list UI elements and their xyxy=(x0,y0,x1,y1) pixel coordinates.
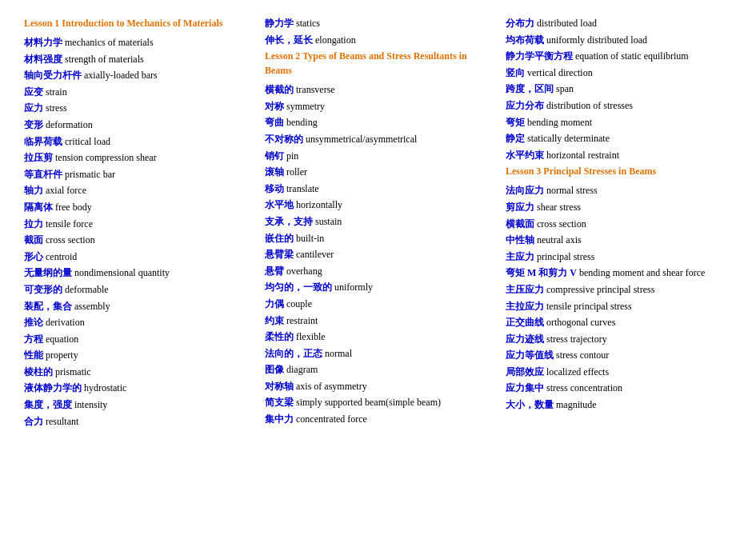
chinese-term: 弯矩 M 和剪力 V xyxy=(506,267,577,278)
english-term: axially-loaded bars xyxy=(82,70,158,81)
chinese-term: 图像 xyxy=(265,364,284,375)
chinese-term: 轴向受力杆件 xyxy=(24,70,82,81)
english-term: free body xyxy=(53,202,92,213)
term-entry: 销钉 pin xyxy=(265,149,491,164)
english-term: neutral axis xyxy=(534,234,582,246)
chinese-term: 变形 xyxy=(24,119,43,130)
term-entry: 大小，数量 magnitude xyxy=(506,397,732,413)
english-term: normal xyxy=(322,348,352,359)
chinese-term: 中性轴 xyxy=(506,234,534,246)
chinese-term: 液体静力学的 xyxy=(24,382,82,393)
term-entry: 应力迹线 stress trajectory xyxy=(506,332,732,347)
columns-container: Lesson 1 Introduction to Mechanics of Ma… xyxy=(24,16,732,429)
term-entry: 合力 resultant xyxy=(24,414,250,429)
term-entry: 均布荷载 uniformly distributed load xyxy=(506,33,732,48)
english-term: cantilever xyxy=(294,249,334,260)
english-term: centroid xyxy=(43,251,77,262)
chinese-term: 大小，数量 xyxy=(506,399,554,410)
english-term: resultant xyxy=(43,416,78,427)
chinese-term: 应力分布 xyxy=(506,100,544,111)
english-term: cross section xyxy=(534,218,586,230)
chinese-term: 集度，强度 xyxy=(24,399,72,410)
chinese-term: 剪应力 xyxy=(506,202,534,213)
term-entry: 分布力 distributed load xyxy=(506,16,732,31)
chinese-term: 正交曲线 xyxy=(506,317,544,328)
chinese-term: 移动 xyxy=(265,183,284,194)
term-entry: 可变形的 deformable xyxy=(24,282,250,297)
term-entry: 静力学平衡方程 equation of static equilibrium xyxy=(506,49,732,64)
term-entry: 应力等值线 stress contour xyxy=(506,348,732,363)
english-term: bending moment and shear force xyxy=(577,267,705,278)
english-term: stress xyxy=(43,102,67,114)
english-term: vertical direction xyxy=(525,67,593,78)
term-entry: 伸长，延长 elongation xyxy=(265,33,491,48)
chinese-term: 静力学平衡方程 xyxy=(506,50,573,62)
term-entry: 力偶 couple xyxy=(265,297,491,312)
chinese-term: 轴力 xyxy=(24,185,43,196)
english-term: statically determinate xyxy=(525,133,610,144)
term-entry: 横截面 cross section xyxy=(506,217,732,232)
chinese-term: 水平地 xyxy=(265,199,294,210)
chinese-term: 弯矩 xyxy=(506,117,525,128)
english-term: prismatic bar xyxy=(62,169,115,180)
term-entry: 形心 centroid xyxy=(24,250,250,265)
english-term: tensile force xyxy=(43,218,93,230)
chinese-term: 简支梁 xyxy=(265,397,294,408)
english-term: overhang xyxy=(284,266,322,277)
term-entry: 液体静力学的 hydrostatic xyxy=(24,381,250,396)
term-entry: 剪应力 shear stress xyxy=(506,200,732,215)
chinese-term: 分布力 xyxy=(506,18,534,29)
term-entry: 材料力学 mechanics of materials xyxy=(24,35,250,50)
lesson-title: Lesson 1 Introduction to Mechanics of Ma… xyxy=(24,16,250,30)
english-term: property xyxy=(43,349,78,361)
term-entry: 静力学 statics xyxy=(265,16,491,31)
term-entry: 轴力 axial force xyxy=(24,183,250,198)
term-entry: 对称轴 axis of asymmetry xyxy=(265,379,491,394)
term-entry: 集中力 concentrated force xyxy=(265,412,491,427)
english-term: built-in xyxy=(294,233,324,244)
english-term: roller xyxy=(284,166,307,178)
english-term: restraint xyxy=(284,315,318,326)
english-term: principal stress xyxy=(534,251,594,262)
english-term: nondimensional quantity xyxy=(72,267,170,278)
english-term: uniformly distributed load xyxy=(544,34,647,46)
english-term: uniformly xyxy=(332,281,373,293)
term-entry: 图像 diagram xyxy=(265,362,491,377)
term-entry: 不对称的 unsymmetrical/asymmetrical xyxy=(265,132,491,147)
term-entry: 水平约束 horizontal restraint xyxy=(506,148,732,163)
chinese-term: 均布荷载 xyxy=(506,34,544,46)
chinese-term: 主压应力 xyxy=(506,284,544,295)
english-term: axis of asymmetry xyxy=(294,381,367,392)
term-entry: 无量纲的量 nondimensional quantity xyxy=(24,266,250,281)
chinese-term: 临界荷载 xyxy=(24,136,62,147)
chinese-term: 力偶 xyxy=(265,298,284,309)
chinese-term: 跨度，区间 xyxy=(506,83,554,94)
term-entry: 拉压剪 tension compression shear xyxy=(24,150,250,166)
term-entry: 应变 strain xyxy=(24,85,250,100)
chinese-term: 形心 xyxy=(24,251,43,262)
chinese-term: 不对称的 xyxy=(265,134,303,145)
english-term: axial force xyxy=(43,185,86,196)
term-entry: 均匀的，一致的 uniformly xyxy=(265,280,491,295)
chinese-term: 主应力 xyxy=(506,251,534,262)
chinese-term: 静力学 xyxy=(265,18,294,29)
column-3: 分布力 distributed load均布荷载 uniformly distr… xyxy=(506,16,732,413)
chinese-term: 隔离体 xyxy=(24,202,53,213)
term-entry: 主拉应力 tensile principal stress xyxy=(506,299,732,314)
english-term: cross section xyxy=(43,234,95,246)
term-entry: 支承，支持 sustain xyxy=(265,214,491,230)
chinese-term: 竖向 xyxy=(506,67,525,78)
term-entry: 嵌住的 built-in xyxy=(265,231,491,246)
chinese-term: 横截的 xyxy=(265,84,294,95)
english-term: unsymmetrical/asymmetrical xyxy=(303,134,417,145)
chinese-term: 推论 xyxy=(24,317,43,328)
english-term: couple xyxy=(284,298,312,309)
term-entry: 竖向 vertical direction xyxy=(506,66,732,81)
term-entry: 弯矩 bending moment xyxy=(506,115,732,130)
term-entry: 约束 restraint xyxy=(265,313,491,329)
english-term: symmetry xyxy=(284,101,325,112)
english-term: span xyxy=(554,83,574,94)
term-entry: 法向应力 normal stress xyxy=(506,183,732,198)
chinese-term: 应力等值线 xyxy=(506,349,554,361)
chinese-term: 拉力 xyxy=(24,218,43,230)
